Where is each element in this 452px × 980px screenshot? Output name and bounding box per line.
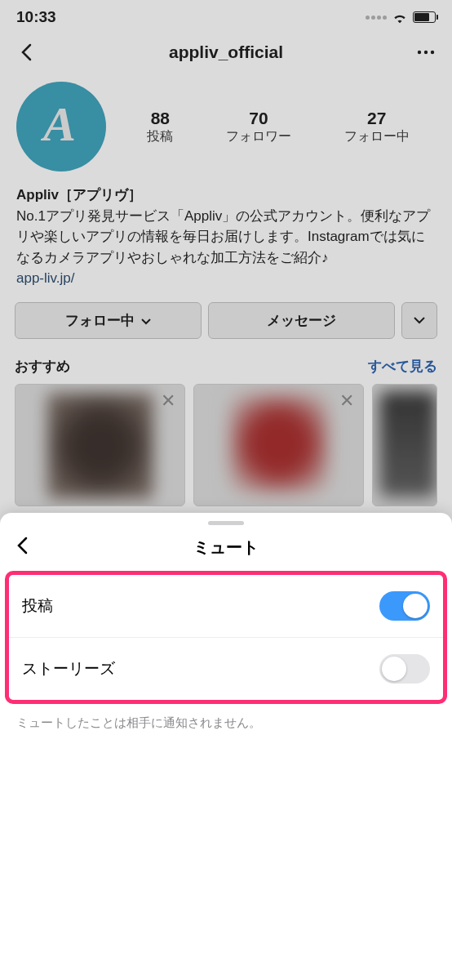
suggest-avatar [379, 391, 436, 497]
suggest-card[interactable] [372, 384, 437, 506]
svg-point-2 [431, 51, 434, 54]
profile-name: Appliv［アプリヴ］ [16, 185, 436, 206]
mute-stories-row: ストーリーズ [9, 638, 443, 700]
mute-posts-row: 投稿 [9, 575, 443, 638]
message-button[interactable]: メッセージ [208, 302, 395, 339]
stat-following-count: 27 [344, 109, 410, 128]
highlight-box: 投稿 ストーリーズ [5, 571, 447, 704]
stat-posts-label: 投稿 [147, 128, 173, 145]
profile-link[interactable]: app-liv.jp/ [16, 268, 436, 289]
mute-posts-label: 投稿 [22, 595, 53, 617]
chevron-down-icon [414, 317, 425, 324]
mute-sheet: ミュート 投稿 ストーリーズ ミュートしたことは相手に通知されません。 [0, 513, 452, 980]
svg-point-0 [418, 51, 421, 54]
mute-note: ミュートしたことは相手に通知されません。 [0, 704, 452, 742]
avatar[interactable]: A [16, 82, 106, 172]
wifi-icon [392, 11, 408, 24]
suggest-see-all[interactable]: すべて見る [368, 357, 437, 376]
svg-point-1 [424, 51, 428, 54]
status-time: 10:33 [16, 8, 56, 26]
stat-posts-count: 88 [147, 109, 173, 128]
close-icon[interactable]: ✕ [335, 390, 358, 412]
suggest-avatar [47, 393, 153, 499]
stat-followers-label: フォロワー [226, 128, 291, 145]
mute-stories-label: ストーリーズ [22, 658, 115, 679]
avatar-letter: A [43, 96, 76, 153]
mute-stories-toggle[interactable] [379, 654, 430, 684]
sheet-title: ミュート [193, 537, 259, 559]
page-title: appliv_official [169, 42, 283, 62]
stat-following[interactable]: 27 フォロー中 [344, 109, 410, 145]
following-button[interactable]: フォロー中 [15, 302, 202, 339]
mute-posts-toggle[interactable] [379, 591, 430, 621]
sheet-back-icon[interactable] [16, 537, 38, 558]
profile-bio: No.1アプリ発見サービス「Appliv」の公式アカウント。便利なアプリや楽しい… [16, 206, 436, 269]
status-icons [366, 11, 436, 24]
back-icon[interactable] [15, 41, 38, 64]
close-icon[interactable]: ✕ [157, 390, 179, 412]
suggest-title: おすすめ [15, 357, 70, 376]
sheet-handle[interactable] [208, 521, 244, 525]
stat-followers-count: 70 [226, 109, 291, 128]
suggest-toggle-button[interactable] [401, 302, 437, 339]
stat-following-label: フォロー中 [344, 128, 410, 145]
stat-followers[interactable]: 70 フォロワー [226, 109, 291, 145]
battery-icon [413, 11, 436, 23]
following-label: フォロー中 [65, 313, 135, 328]
stat-posts[interactable]: 88 投稿 [147, 109, 173, 145]
suggest-avatar [230, 394, 328, 492]
more-icon[interactable] [414, 41, 437, 64]
suggest-card[interactable]: ✕ [193, 384, 364, 506]
suggest-card[interactable]: ✕ [15, 384, 185, 506]
